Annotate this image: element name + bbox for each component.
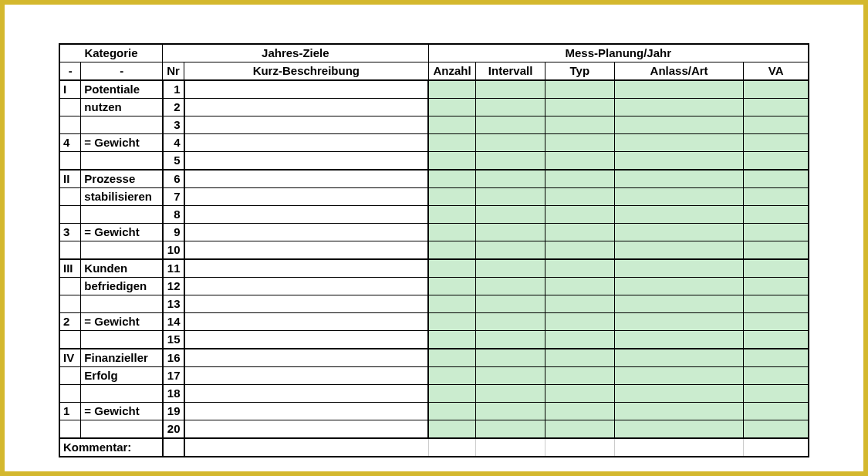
intervall-cell[interactable] xyxy=(476,420,545,439)
intervall-cell[interactable] xyxy=(476,170,545,188)
typ-cell[interactable] xyxy=(545,313,614,331)
intervall-cell[interactable] xyxy=(476,224,545,241)
kommentar-cell[interactable] xyxy=(184,438,429,457)
anlass-cell[interactable] xyxy=(614,241,743,260)
kurz-beschreibung-cell[interactable] xyxy=(184,116,429,134)
typ-cell[interactable] xyxy=(545,206,614,224)
intervall-cell[interactable] xyxy=(476,116,545,134)
kurz-beschreibung-cell[interactable] xyxy=(184,385,429,403)
typ-cell[interactable] xyxy=(545,224,614,241)
intervall-cell[interactable] xyxy=(476,259,545,278)
typ-cell[interactable] xyxy=(545,134,614,152)
va-cell[interactable] xyxy=(744,152,809,170)
anlass-cell[interactable] xyxy=(614,99,743,116)
va-cell[interactable] xyxy=(744,349,809,367)
intervall-cell[interactable] xyxy=(476,349,545,367)
kurz-beschreibung-cell[interactable] xyxy=(184,206,429,224)
anzahl-cell[interactable] xyxy=(428,331,476,349)
kurz-beschreibung-cell[interactable] xyxy=(184,134,429,152)
anzahl-cell[interactable] xyxy=(428,80,476,99)
kommentar-cell[interactable] xyxy=(614,438,743,457)
kurz-beschreibung-cell[interactable] xyxy=(184,403,429,420)
anzahl-cell[interactable] xyxy=(428,99,476,116)
kurz-beschreibung-cell[interactable] xyxy=(184,331,429,349)
va-cell[interactable] xyxy=(744,206,809,224)
anzahl-cell[interactable] xyxy=(428,152,476,170)
va-cell[interactable] xyxy=(744,331,809,349)
anlass-cell[interactable] xyxy=(614,349,743,367)
kurz-beschreibung-cell[interactable] xyxy=(184,259,429,278)
anzahl-cell[interactable] xyxy=(428,420,476,439)
intervall-cell[interactable] xyxy=(476,134,545,152)
intervall-cell[interactable] xyxy=(476,278,545,295)
va-cell[interactable] xyxy=(744,420,809,439)
typ-cell[interactable] xyxy=(545,152,614,170)
anzahl-cell[interactable] xyxy=(428,206,476,224)
intervall-cell[interactable] xyxy=(476,241,545,260)
va-cell[interactable] xyxy=(744,188,809,206)
anzahl-cell[interactable] xyxy=(428,170,476,188)
va-cell[interactable] xyxy=(744,278,809,295)
anzahl-cell[interactable] xyxy=(428,313,476,331)
typ-cell[interactable] xyxy=(545,403,614,420)
kurz-beschreibung-cell[interactable] xyxy=(184,420,429,439)
anzahl-cell[interactable] xyxy=(428,241,476,260)
va-cell[interactable] xyxy=(744,99,809,116)
va-cell[interactable] xyxy=(744,295,809,313)
anzahl-cell[interactable] xyxy=(428,259,476,278)
anlass-cell[interactable] xyxy=(614,152,743,170)
anzahl-cell[interactable] xyxy=(428,224,476,241)
anlass-cell[interactable] xyxy=(614,224,743,241)
va-cell[interactable] xyxy=(744,313,809,331)
intervall-cell[interactable] xyxy=(476,99,545,116)
typ-cell[interactable] xyxy=(545,331,614,349)
typ-cell[interactable] xyxy=(545,80,614,99)
kurz-beschreibung-cell[interactable] xyxy=(184,80,429,99)
kurz-beschreibung-cell[interactable] xyxy=(184,188,429,206)
anzahl-cell[interactable] xyxy=(428,403,476,420)
kurz-beschreibung-cell[interactable] xyxy=(184,170,429,188)
anlass-cell[interactable] xyxy=(614,331,743,349)
kurz-beschreibung-cell[interactable] xyxy=(184,313,429,331)
va-cell[interactable] xyxy=(744,80,809,99)
anlass-cell[interactable] xyxy=(614,313,743,331)
kommentar-cell[interactable] xyxy=(545,438,614,457)
kommentar-cell[interactable] xyxy=(476,438,545,457)
kurz-beschreibung-cell[interactable] xyxy=(184,152,429,170)
intervall-cell[interactable] xyxy=(476,313,545,331)
kurz-beschreibung-cell[interactable] xyxy=(184,295,429,313)
anzahl-cell[interactable] xyxy=(428,116,476,134)
typ-cell[interactable] xyxy=(545,385,614,403)
va-cell[interactable] xyxy=(744,134,809,152)
intervall-cell[interactable] xyxy=(476,152,545,170)
intervall-cell[interactable] xyxy=(476,206,545,224)
typ-cell[interactable] xyxy=(545,295,614,313)
va-cell[interactable] xyxy=(744,170,809,188)
anzahl-cell[interactable] xyxy=(428,367,476,385)
typ-cell[interactable] xyxy=(545,367,614,385)
va-cell[interactable] xyxy=(744,241,809,260)
typ-cell[interactable] xyxy=(545,116,614,134)
intervall-cell[interactable] xyxy=(476,188,545,206)
kurz-beschreibung-cell[interactable] xyxy=(184,241,429,260)
va-cell[interactable] xyxy=(744,259,809,278)
kommentar-cell[interactable] xyxy=(163,438,184,457)
va-cell[interactable] xyxy=(744,224,809,241)
typ-cell[interactable] xyxy=(545,241,614,260)
intervall-cell[interactable] xyxy=(476,295,545,313)
anzahl-cell[interactable] xyxy=(428,134,476,152)
anlass-cell[interactable] xyxy=(614,170,743,188)
intervall-cell[interactable] xyxy=(476,385,545,403)
anlass-cell[interactable] xyxy=(614,420,743,439)
anzahl-cell[interactable] xyxy=(428,349,476,367)
va-cell[interactable] xyxy=(744,403,809,420)
typ-cell[interactable] xyxy=(545,420,614,439)
kurz-beschreibung-cell[interactable] xyxy=(184,224,429,241)
anzahl-cell[interactable] xyxy=(428,278,476,295)
va-cell[interactable] xyxy=(744,367,809,385)
anlass-cell[interactable] xyxy=(614,259,743,278)
anlass-cell[interactable] xyxy=(614,188,743,206)
anlass-cell[interactable] xyxy=(614,295,743,313)
anlass-cell[interactable] xyxy=(614,206,743,224)
kurz-beschreibung-cell[interactable] xyxy=(184,278,429,295)
